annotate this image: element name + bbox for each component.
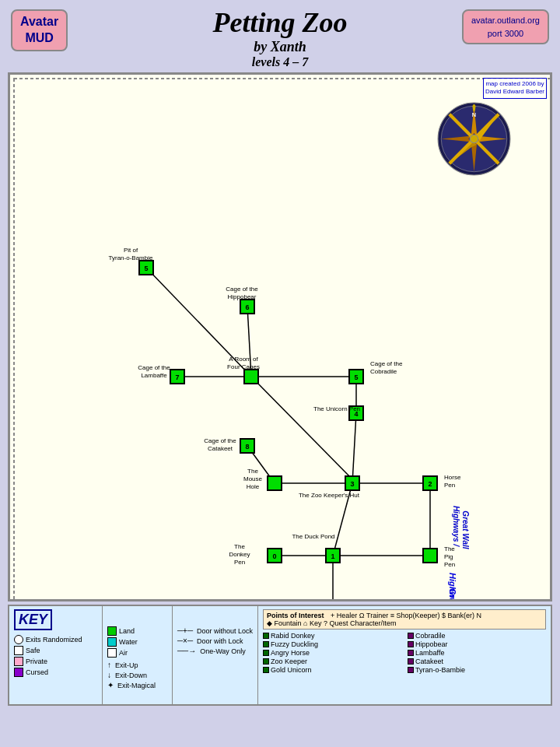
svg-text:2: 2 [428, 480, 432, 488]
svg-text:5: 5 [144, 265, 148, 272]
poi-lambaffe: Lambaffe [408, 649, 546, 657]
svg-text:0: 0 [272, 552, 276, 560]
svg-text:A Room of: A Room of [229, 356, 258, 363]
svg-text:Cage of the: Cage of the [370, 360, 403, 367]
randomized-icon [14, 635, 23, 644]
header: Avatar MUD Petting Zoo by Xanth levels 4… [0, 0, 560, 72]
key-row-lock: ─×─ Door with Lock [177, 637, 253, 645]
key-row-one-way: ──→ One-Way Only [177, 647, 253, 655]
land-icon [107, 626, 117, 636]
poi-section: Points of Interest + Healer Ω Trainer ≡ … [258, 606, 551, 704]
terrain-section: Land Water Air ↑ Exit-Up ↓ Exit-Down ✦ E… [103, 606, 173, 704]
svg-text:Tyran-o-Bambie: Tyran-o-Bambie [109, 254, 153, 261]
key-row-no-lock: ─+─ Door without Lock [177, 626, 253, 635]
key-row-cursed: Cursed [14, 668, 97, 677]
air-icon [107, 648, 117, 658]
key-row-water: Water [107, 637, 167, 647]
map-svg: Highways / Great Wall Highways / Great W… [10, 75, 550, 599]
svg-rect-56 [423, 549, 437, 563]
svg-text:The Zoo Keeper's Hut: The Zoo Keeper's Hut [299, 492, 360, 499]
key-area: KEY Exits Randomized Safe Private Cursed… [8, 605, 552, 706]
svg-text:3: 3 [350, 480, 354, 488]
poi-fuzzy-duckling: Fuzzy Duckling [263, 640, 401, 648]
svg-text:Pit of: Pit of [124, 247, 138, 254]
svg-text:Pen: Pen [234, 559, 245, 566]
water-icon [107, 637, 117, 647]
safe-icon [14, 646, 23, 655]
svg-text:Great Wall: Great Wall [461, 510, 470, 549]
svg-text:Donkey: Donkey [229, 551, 250, 558]
svg-text:Mouse: Mouse [243, 475, 263, 482]
levels: levels 4 – 7 [0, 55, 560, 69]
svg-text:5: 5 [354, 374, 358, 381]
server-badge: avatar.outland.org port 3000 [462, 9, 549, 44]
poi-zoo-keeper: Zoo Keeper [263, 658, 401, 665]
key-row-land: Land [107, 626, 167, 636]
svg-text:Highways /: Highways / [452, 506, 460, 547]
key-section: KEY Exits Randomized Safe Private Cursed [9, 606, 103, 704]
svg-text:The: The [247, 468, 258, 475]
poi-tyran-o-bambie: Tyran-o-Bambie [408, 666, 546, 674]
svg-text:Horse: Horse [444, 474, 461, 481]
avatar-mud-badge: Avatar MUD [11, 9, 68, 51]
svg-text:The: The [444, 545, 455, 552]
private-icon [14, 657, 23, 666]
key-row-safe: Safe [14, 646, 97, 655]
svg-text:Cage of the: Cage of the [204, 437, 236, 444]
svg-text:The: The [234, 543, 245, 550]
svg-line-24 [352, 413, 356, 483]
svg-text:Lambaffe: Lambaffe [141, 372, 167, 379]
svg-text:Hippobear: Hippobear [228, 293, 257, 300]
key-row-randomized: Exits Randomized [14, 635, 97, 644]
svg-text:Cage of the: Cage of the [138, 364, 170, 371]
cursed-icon [14, 668, 23, 677]
key-row-exit-magical: ✦ Exit-Magical [107, 681, 167, 689]
svg-text:Pen: Pen [444, 482, 455, 489]
key-row-private: Private [14, 657, 97, 666]
svg-text:Pig: Pig [444, 553, 453, 560]
svg-text:Cobradile: Cobradile [370, 368, 397, 375]
poi-grid: Rabid Donkey Cobradile Fuzzy Duckling Hi… [263, 632, 546, 674]
map-container: N Highways / Great Wa [8, 72, 552, 601]
svg-text:1: 1 [331, 552, 334, 560]
svg-rect-47 [268, 476, 282, 490]
key-row-exit-up: ↑ Exit-Up [107, 661, 167, 669]
poi-catakeet: Catakeet [408, 658, 546, 665]
svg-text:8: 8 [245, 443, 249, 451]
door-section: ─+─ Door without Lock ─×─ Door with Lock… [173, 606, 258, 704]
key-title: KEY [14, 609, 52, 630]
map-credit: map created 2006 by David Edward Barber [483, 78, 547, 99]
svg-rect-40 [244, 370, 258, 384]
svg-text:Catakeet: Catakeet [208, 445, 233, 452]
svg-text:Great Wall: Great Wall [448, 588, 457, 599]
svg-text:Pen: Pen [444, 561, 455, 568]
poi-angry-horse: Angry Horse [263, 649, 401, 657]
svg-text:7: 7 [175, 374, 179, 381]
key-row-air: Air [107, 648, 167, 658]
svg-text:Four Cages: Four Cages [227, 363, 260, 370]
poi-cobradile: Cobradile [408, 632, 546, 640]
svg-text:Hole: Hole [247, 483, 260, 490]
poi-gold-unicorn: Gold Unicorn [263, 666, 401, 674]
poi-rabid-donkey: Rabid Donkey [263, 632, 401, 640]
svg-line-19 [251, 377, 356, 483]
svg-text:6: 6 [245, 303, 249, 311]
svg-text:The Unicorn Pen: The Unicorn Pen [313, 405, 360, 412]
svg-text:Cage of the: Cage of the [226, 286, 258, 293]
key-row-exit-down: ↓ Exit-Down [107, 671, 167, 679]
svg-text:The Duck Pond: The Duck Pond [292, 533, 334, 540]
poi-hippobear: Hippobear [408, 640, 546, 648]
